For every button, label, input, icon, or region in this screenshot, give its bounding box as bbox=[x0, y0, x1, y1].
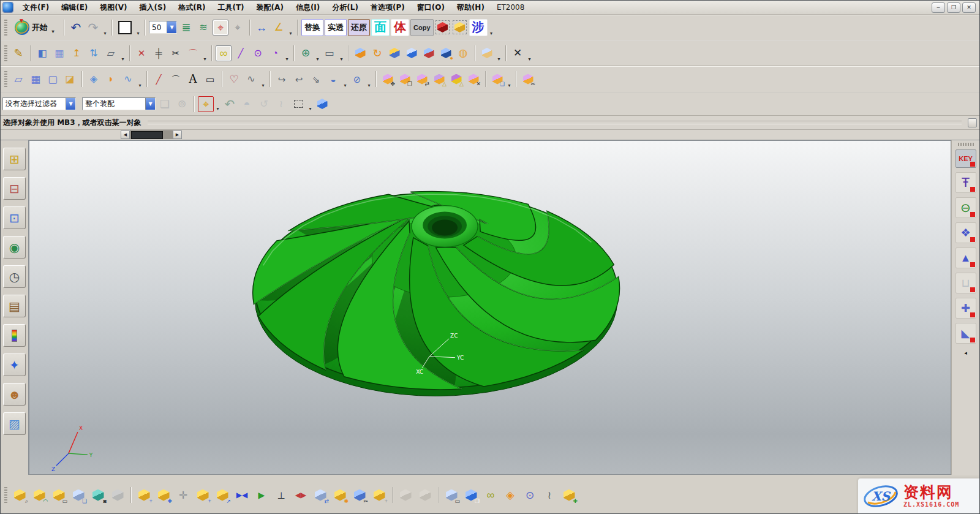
image-gallery-button[interactable]: ▨ bbox=[3, 412, 26, 435]
graphics-window[interactable]: ZC YC XC X Y Z bbox=[29, 140, 951, 475]
cap-selection-button[interactable]: ◓ bbox=[239, 96, 255, 112]
trim-curve-button[interactable]: ✕ bbox=[134, 45, 149, 61]
assembly-cut-button[interactable]: ✂ bbox=[350, 486, 369, 504]
menu-window[interactable]: 窗口(O) bbox=[411, 1, 451, 14]
start-menu-button[interactable]: ▼开始▾ bbox=[10, 18, 60, 37]
plate-template-button[interactable]: ▲ bbox=[956, 248, 976, 268]
part-navigator-button[interactable]: ⊡ bbox=[3, 206, 26, 229]
pattern-component-button[interactable]: ✛ bbox=[174, 486, 192, 504]
copy-face-button[interactable]: ❏ bbox=[489, 71, 505, 87]
circle-radius-button[interactable]: ◔ bbox=[267, 45, 283, 61]
block-button[interactable] bbox=[386, 45, 402, 61]
dropdown-caret[interactable]: ▾ bbox=[50, 29, 56, 37]
extrude-button[interactable] bbox=[352, 45, 368, 61]
wave-geometry-linker-button[interactable]: + bbox=[370, 486, 388, 504]
dropdown-caret[interactable]: ▾ bbox=[215, 106, 221, 114]
scroll-right-button[interactable]: ▶ bbox=[173, 130, 182, 139]
unloaded-component-button[interactable] bbox=[108, 486, 127, 504]
hole-button[interactable]: ● bbox=[438, 45, 454, 61]
dropdown-caret[interactable]: ▾ bbox=[366, 83, 372, 91]
dropdown-caret[interactable]: ▾ bbox=[260, 83, 266, 91]
menu-tools[interactable]: 工具(T) bbox=[211, 1, 250, 14]
dropdown-caret[interactable]: ▾ bbox=[120, 56, 126, 64]
bushing-template-button[interactable]: ⊖ bbox=[956, 197, 976, 218]
add-component-button[interactable]: + bbox=[135, 486, 153, 504]
minimize-button[interactable]: – bbox=[932, 2, 945, 13]
wrap-curve-button[interactable]: ⇘ bbox=[308, 71, 324, 87]
explosion-button[interactable]: ◈ bbox=[501, 486, 519, 504]
wcs-orient-button[interactable]: ⌖ bbox=[230, 20, 246, 36]
new-component-button[interactable]: ✚ bbox=[154, 486, 173, 504]
toolbar-grip[interactable] bbox=[4, 20, 7, 36]
move-component-button[interactable]: + bbox=[194, 486, 212, 504]
assembly-info-button[interactable]: ⊙ bbox=[521, 486, 539, 504]
pull-face-button[interactable]: ❐ bbox=[397, 71, 413, 87]
selection-filter-dropdown-arrow[interactable]: ▼ bbox=[66, 98, 75, 110]
deform-surface-button[interactable]: ▦ bbox=[51, 45, 67, 61]
menu-help[interactable]: 帮助(H) bbox=[451, 1, 491, 14]
toolbar-grip[interactable] bbox=[4, 45, 7, 61]
undo-button[interactable]: ↶ bbox=[68, 20, 84, 36]
revolve-button[interactable]: ↻ bbox=[369, 45, 385, 61]
layer-settings-button[interactable]: ≣ bbox=[178, 20, 194, 36]
studio-profile-button[interactable]: ♡ bbox=[226, 71, 242, 87]
menu-edit[interactable]: 编辑(E) bbox=[55, 1, 94, 14]
constraint-navigator-button[interactable]: ⊟ bbox=[3, 177, 26, 200]
resize-cylinder-button[interactable]: △ bbox=[448, 71, 464, 87]
extract-geometry-button[interactable]: ↥ bbox=[69, 45, 85, 61]
section-curve-button[interactable]: ◒ bbox=[325, 71, 341, 87]
palettes-button[interactable]: ▤ bbox=[3, 295, 26, 317]
see-through-button[interactable]: 实透 bbox=[325, 19, 347, 36]
dropdown-caret[interactable]: ▾ bbox=[307, 106, 313, 114]
selection-filter-combobox[interactable]: 没有选择过滤器▼ bbox=[2, 97, 76, 110]
bend-sheet-button[interactable]: ∿ bbox=[120, 71, 136, 87]
divide-curve-button[interactable]: ╪ bbox=[151, 45, 167, 61]
scroll-left-button[interactable]: ◀ bbox=[121, 130, 130, 139]
perpendicular-constraint-button[interactable]: ⊥ bbox=[272, 486, 290, 504]
play-arrangement-button[interactable]: ▶ bbox=[252, 486, 271, 504]
cross-fitting-template-button[interactable]: ✚ bbox=[956, 298, 976, 319]
cut-face-button[interactable]: ✂ bbox=[520, 71, 536, 87]
shaded-view-button[interactable] bbox=[314, 96, 330, 112]
palette-collapse-button[interactable]: ◂ bbox=[962, 349, 970, 357]
menu-file[interactable]: 文件(F) bbox=[17, 1, 55, 14]
work-layer-combobox[interactable]: 50▼ bbox=[149, 21, 177, 34]
dropdown-caret[interactable]: ▾ bbox=[102, 31, 108, 39]
t-bolt-template-button[interactable]: Ŧ bbox=[956, 172, 976, 193]
swept-button[interactable]: ◈ bbox=[86, 71, 102, 87]
restore-button[interactable]: ❐ bbox=[947, 2, 960, 13]
studio-spline-button[interactable]: ∿ bbox=[243, 71, 259, 87]
face-button[interactable]: 面 bbox=[371, 19, 390, 36]
interpart-link-button[interactable]: ∞ bbox=[481, 486, 500, 504]
arrangements-button[interactable]: ✚ bbox=[560, 486, 578, 504]
dropdown-caret[interactable]: ▾ bbox=[284, 56, 290, 64]
flexible-component-button[interactable]: ✱ bbox=[331, 486, 349, 504]
sheet-expand-button[interactable]: ⇅ bbox=[86, 45, 102, 61]
body-button[interactable]: 体 bbox=[391, 19, 409, 36]
toolbar-grip[interactable] bbox=[4, 71, 7, 87]
component-steps-button[interactable] bbox=[416, 486, 434, 504]
boolean-region-button[interactable]: ⊕ bbox=[298, 45, 314, 61]
arc-button[interactable]: ⌒ bbox=[168, 71, 184, 87]
bracket-template-button[interactable]: ❖ bbox=[956, 222, 976, 243]
rectangle-button[interactable]: ▭ bbox=[202, 71, 218, 87]
visualization-palette-button[interactable]: ✦ bbox=[3, 353, 26, 376]
line-button[interactable]: ╱ bbox=[151, 71, 167, 87]
tube-button[interactable]: ⊘ bbox=[349, 71, 365, 87]
dropdown-caret[interactable]: ▾ bbox=[137, 83, 143, 91]
sleeve-template-button[interactable]: ⊔ bbox=[956, 273, 976, 293]
dropdown-caret[interactable]: ▾ bbox=[339, 56, 344, 64]
sequence-button[interactable]: ▭ bbox=[442, 486, 461, 504]
scale-button[interactable]: ✕ bbox=[510, 45, 526, 61]
assembly-navigator-button[interactable]: ⊞ bbox=[3, 148, 26, 170]
center-constraint-button[interactable]: ◀▶ bbox=[292, 486, 310, 504]
dropdown-caret[interactable]: ▾ bbox=[496, 56, 502, 64]
menu-analysis[interactable]: 分析(L) bbox=[326, 1, 364, 14]
selection-scope-dropdown-arrow[interactable]: ▼ bbox=[145, 98, 155, 110]
circle-center-button[interactable]: ⊙ bbox=[250, 45, 266, 61]
dropdown-caret[interactable]: ▾ bbox=[527, 56, 532, 64]
assembly-constraints-button[interactable]: ▶◀ bbox=[233, 486, 251, 504]
join-face-button[interactable]: ◗ bbox=[103, 71, 119, 87]
rectangle-select-button[interactable] bbox=[290, 96, 306, 112]
object-display-color-button[interactable] bbox=[116, 18, 134, 37]
